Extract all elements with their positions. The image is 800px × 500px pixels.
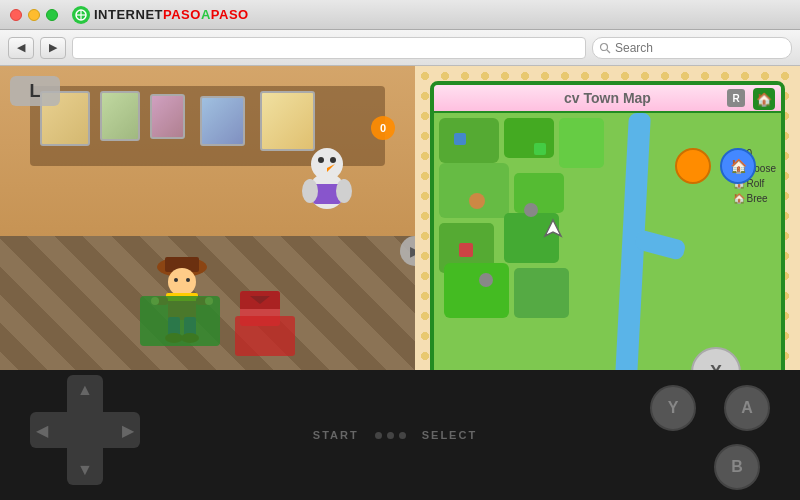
- terrain-6: [559, 118, 604, 168]
- logo-text: INTERNETPASOAPASO: [94, 7, 249, 22]
- right-buttons: Y A B: [650, 380, 770, 490]
- svg-point-9: [330, 157, 336, 163]
- wall-item-4: [200, 96, 245, 146]
- controller-area: ◀ ▶ ▲ ▼ START SELECT Y A B: [0, 370, 800, 500]
- logo-area: INTERNETPASOAPASO: [72, 6, 249, 24]
- dpad-left[interactable]: ◀: [36, 421, 48, 440]
- terrain-1: [439, 118, 499, 163]
- maximize-button[interactable]: [46, 9, 58, 21]
- search-bar[interactable]: [592, 37, 792, 59]
- minimize-button[interactable]: [28, 9, 40, 21]
- svg-point-16: [174, 278, 178, 282]
- orange-button[interactable]: [675, 148, 711, 184]
- forward-button[interactable]: ▶: [40, 37, 66, 59]
- npc-character: [300, 136, 355, 215]
- search-input[interactable]: [592, 37, 792, 59]
- start-select-row: START SELECT: [313, 429, 477, 441]
- search-icon: [599, 42, 611, 54]
- map-icon-3: [459, 243, 473, 257]
- main-content: L 0 ▶ 3/7 Fri 19:42 cv Town Map R: [0, 66, 800, 500]
- svg-point-3: [601, 43, 608, 50]
- map-icon-1: [454, 133, 466, 145]
- map-label-bree: 🏠 Bree: [733, 193, 776, 204]
- map-icon-4: [534, 143, 546, 155]
- svg-line-4: [607, 50, 610, 53]
- terrain-2: [504, 118, 554, 158]
- map-title: cv Town Map: [564, 90, 651, 106]
- title-bar: INTERNETPASOAPASO: [0, 0, 800, 30]
- toolbar: ◀ ▶: [0, 30, 800, 66]
- dot-2: [387, 432, 394, 439]
- floor-mat: [140, 296, 220, 346]
- a-button[interactable]: A: [724, 385, 770, 431]
- svg-point-6: [311, 148, 343, 180]
- dpad-right[interactable]: ▶: [122, 421, 134, 440]
- score-badge: 0: [371, 116, 395, 140]
- back-button[interactable]: ◀: [8, 37, 34, 59]
- close-button[interactable]: [10, 9, 22, 21]
- dot-1: [375, 432, 382, 439]
- center-controls: START SELECT: [313, 429, 477, 441]
- terrain-5: [444, 263, 509, 318]
- dpad-down[interactable]: ▼: [77, 461, 93, 479]
- address-bar[interactable]: [72, 37, 586, 59]
- wall-item-2: [100, 91, 140, 141]
- terrain-3: [439, 163, 509, 218]
- map-icon-5: [524, 203, 538, 217]
- svg-marker-28: [545, 220, 561, 236]
- blue-button[interactable]: 🏠: [720, 148, 756, 184]
- traffic-lights: [10, 9, 58, 21]
- svg-point-12: [336, 179, 352, 203]
- svg-point-17: [186, 278, 190, 282]
- r-button[interactable]: R: [727, 89, 745, 107]
- terrain-7: [514, 173, 564, 213]
- dpad-up[interactable]: ▲: [77, 381, 93, 399]
- dots-indicator: [375, 432, 406, 439]
- y-button[interactable]: Y: [650, 385, 696, 431]
- home-button[interactable]: 🏠: [753, 88, 775, 110]
- dpad[interactable]: ◀ ▶ ▲ ▼: [30, 375, 140, 485]
- map-icon-2: [469, 193, 485, 209]
- svg-point-11: [302, 179, 318, 203]
- dot-3: [399, 432, 406, 439]
- red-mat: [235, 316, 295, 356]
- map-icon-6: [479, 273, 493, 287]
- terrain-9: [514, 268, 569, 318]
- select-button[interactable]: SELECT: [422, 429, 477, 441]
- wall-item-3: [150, 94, 185, 139]
- svg-point-15: [168, 268, 196, 296]
- map-cursor: [542, 218, 564, 244]
- logo-icon: [72, 6, 90, 24]
- map-title-bar: cv Town Map R 🏠: [434, 85, 781, 113]
- b-button[interactable]: B: [714, 444, 760, 490]
- l-button[interactable]: L: [10, 76, 60, 106]
- svg-point-8: [318, 157, 324, 163]
- start-button[interactable]: START: [313, 429, 359, 441]
